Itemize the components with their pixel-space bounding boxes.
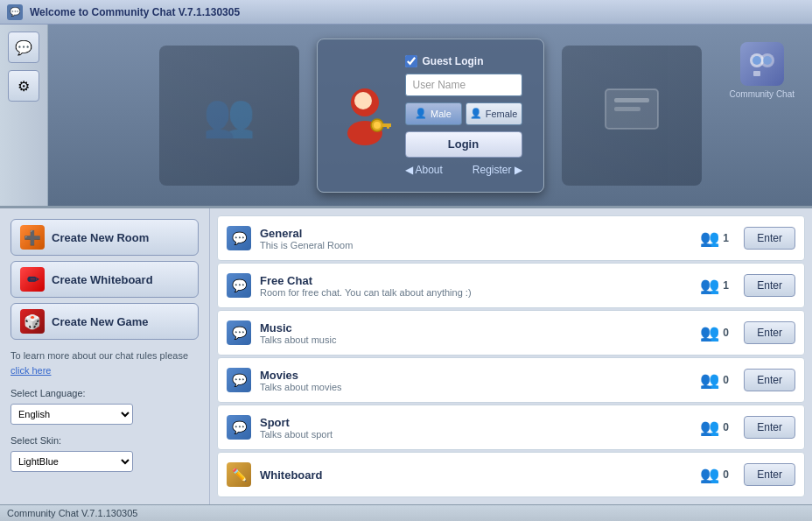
status-bar: Community Chat V.7.1.130305 xyxy=(0,504,812,521)
register-link[interactable]: Register ▶ xyxy=(472,164,522,176)
language-dropdown[interactable]: English xyxy=(10,404,133,425)
svg-rect-7 xyxy=(387,123,389,129)
users-icon-5: 👥 xyxy=(700,465,719,484)
users-icon-1: 👥 xyxy=(700,276,719,295)
guest-checkbox[interactable] xyxy=(405,55,417,67)
create-game-button[interactable]: 🎲 Create New Game xyxy=(10,303,199,340)
room-desc-2: Talks about music xyxy=(260,334,691,345)
room-row: 💬 Music Talks about music 👥 0 Enter xyxy=(217,310,805,356)
room-icon-4: 💬 xyxy=(227,415,251,440)
room-row: 💬 Sport Talks about sport 👥 0 Enter xyxy=(217,405,805,450)
room-name-1: Free Chat xyxy=(260,274,691,287)
about-link[interactable]: ◀ About xyxy=(405,164,443,176)
create-game-label: Create New Game xyxy=(52,315,149,328)
room-info-1: Free Chat Room for free chat. You can ta… xyxy=(260,274,691,298)
users-icon-3: 👥 xyxy=(700,370,719,390)
deco-panel-left: 👥 xyxy=(159,46,299,186)
create-room-button[interactable]: ➕ Create New Room xyxy=(10,219,199,256)
female-label: Female xyxy=(486,109,518,119)
title-bar: 💬 Welcome to Community Chat V.7.1.130305 xyxy=(0,0,812,25)
svg-point-4 xyxy=(374,122,381,129)
username-input[interactable] xyxy=(405,74,522,96)
room-name-2: Music xyxy=(260,321,691,334)
room-icon-3: 💬 xyxy=(227,368,251,392)
room-row: 💬 Free Chat Room for free chat. You can … xyxy=(217,263,805,308)
rules-link[interactable]: click here xyxy=(10,365,51,376)
left-sidebar: 💬 ⚙ xyxy=(0,25,48,206)
chat-sidebar-button[interactable]: 💬 xyxy=(8,32,39,63)
room-info-2: Music Talks about music xyxy=(260,321,691,345)
room-row: ✏️ Whiteboard 👥 0 Enter xyxy=(217,452,805,497)
svg-rect-10 xyxy=(614,107,640,111)
logo-icon xyxy=(740,42,784,86)
main-container: 💬 ⚙ 👥 xyxy=(0,25,812,521)
skin-dropdown[interactable]: LightBlue xyxy=(10,451,133,472)
login-center: Guest Login 👤 Male 👤 Female xyxy=(339,55,522,176)
login-form: Guest Login 👤 Male 👤 Female xyxy=(405,55,522,176)
room-users-2: 👥 0 xyxy=(700,323,735,342)
enter-button-4[interactable]: Enter xyxy=(744,416,795,439)
room-desc-0: This is General Room xyxy=(260,240,691,250)
enter-button-3[interactable]: Enter xyxy=(744,369,795,391)
room-desc-4: Talks about sport xyxy=(260,429,691,440)
room-info-0: General This is General Room xyxy=(260,227,691,250)
male-icon: 👤 xyxy=(415,108,427,119)
room-row: 💬 Movies Talks about movies 👥 0 Enter xyxy=(217,357,805,403)
room-icon-0: 💬 xyxy=(227,226,251,250)
users-count-5: 0 xyxy=(723,468,729,481)
svg-point-14 xyxy=(763,56,772,65)
enter-button-5[interactable]: Enter xyxy=(744,463,795,486)
users-icon-2: 👥 xyxy=(700,323,719,342)
top-section: 💬 ⚙ 👥 xyxy=(0,25,812,208)
room-users-4: 👥 0 xyxy=(700,418,735,437)
room-info-4: Sport Talks about sport xyxy=(260,416,691,440)
room-users-1: 👥 1 xyxy=(700,276,735,295)
users-count-3: 0 xyxy=(723,374,729,386)
room-info-3: Movies Talks about movies xyxy=(260,369,691,392)
room-icon-5: ✏️ xyxy=(227,462,251,487)
language-label: Select Language: xyxy=(10,388,199,398)
room-name-0: General xyxy=(260,227,691,240)
users-icon-0: 👥 xyxy=(700,229,719,248)
right-panel: 💬 General This is General Room 👥 1 Enter… xyxy=(210,208,812,504)
users-count-0: 1 xyxy=(723,232,729,244)
room-row: 💬 General This is General Room 👥 1 Enter xyxy=(217,215,805,261)
room-users-3: 👥 0 xyxy=(700,370,735,390)
room-icon-1: 💬 xyxy=(227,273,251,298)
left-panel: ➕ Create New Room ✏ Create Whiteboard 🎲 … xyxy=(0,208,210,504)
deco-icon-left: 👥 xyxy=(203,91,256,140)
community-chat-logo: Community Chat xyxy=(730,42,794,99)
create-whiteboard-icon: ✏ xyxy=(20,267,45,292)
svg-point-13 xyxy=(752,56,761,65)
female-button[interactable]: 👤 Female xyxy=(466,102,522,125)
room-users-5: 👥 0 xyxy=(700,465,735,484)
enter-button-0[interactable]: Enter xyxy=(744,227,795,250)
room-icon-2: 💬 xyxy=(227,320,251,345)
logo-text: Community Chat xyxy=(730,89,794,99)
guest-label: Guest Login xyxy=(423,55,484,67)
room-name-5: Whiteboard xyxy=(260,468,691,482)
users-count-1: 1 xyxy=(723,279,729,292)
male-button[interactable]: 👤 Male xyxy=(405,102,462,125)
female-icon: 👤 xyxy=(470,108,482,119)
create-room-icon: ➕ xyxy=(20,225,45,250)
users-count-2: 0 xyxy=(723,327,729,339)
status-text: Community Chat V.7.1.130305 xyxy=(7,508,137,518)
login-button[interactable]: Login xyxy=(405,131,522,158)
create-room-label: Create New Room xyxy=(52,231,149,244)
svg-rect-9 xyxy=(614,98,649,102)
room-name-4: Sport xyxy=(260,416,691,429)
login-box: Guest Login 👤 Male 👤 Female xyxy=(317,39,544,193)
title-bar-icon: 💬 xyxy=(7,4,23,20)
settings-sidebar-button[interactable]: ⚙ xyxy=(8,70,39,102)
room-users-0: 👥 1 xyxy=(700,229,735,248)
room-desc-3: Talks about movies xyxy=(260,382,691,392)
about-register-row: ◀ About Register ▶ xyxy=(405,164,522,176)
create-whiteboard-button[interactable]: ✏ Create Whiteboard xyxy=(10,261,199,298)
male-label: Male xyxy=(430,109,452,119)
enter-button-1[interactable]: Enter xyxy=(744,274,795,297)
bottom-section: ➕ Create New Room ✏ Create Whiteboard 🎲 … xyxy=(0,208,812,504)
enter-button-2[interactable]: Enter xyxy=(744,321,795,344)
users-icon-4: 👥 xyxy=(700,418,719,437)
svg-point-2 xyxy=(354,92,372,109)
